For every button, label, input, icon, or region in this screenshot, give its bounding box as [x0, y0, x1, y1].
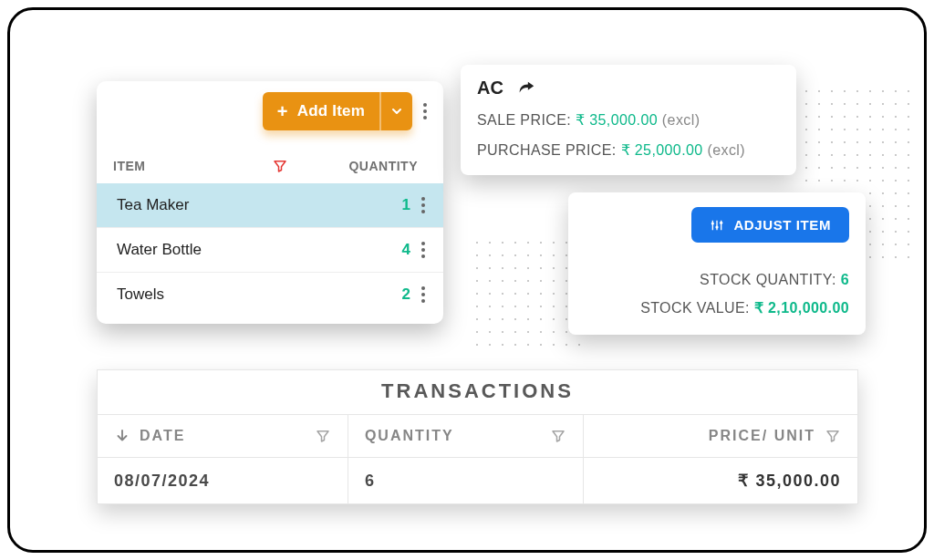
transaction-date: 08/07/2024: [98, 458, 348, 503]
item-row[interactable]: Towels2: [97, 273, 443, 316]
adjust-item-label: ADJUST ITEM: [733, 217, 831, 233]
purchase-price-value: ₹ 25,000.00: [621, 142, 703, 158]
filter-icon: [272, 158, 288, 174]
column-header-quantity[interactable]: QUANTITY: [348, 415, 584, 457]
item-title: AC: [477, 78, 503, 99]
item-row-menu[interactable]: [418, 193, 432, 217]
stock-value-label: STOCK VALUE:: [640, 300, 750, 316]
chevron-down-icon: [389, 104, 404, 119]
item-row[interactable]: Water Bottle4: [97, 228, 443, 273]
share-button[interactable]: [516, 78, 536, 99]
transactions-title: TRANSACTIONS: [98, 370, 857, 414]
items-panel: + Add Item ITEM QUANTITY Tea Maker1Water…: [97, 81, 443, 324]
stock-qty-value: 6: [841, 272, 849, 287]
item-name: Water Bottle: [117, 241, 322, 259]
price-filter-button[interactable]: [825, 428, 841, 444]
item-name: Towels: [117, 285, 322, 304]
sale-price-value: ₹ 35,000.00: [576, 112, 658, 128]
stock-card: ADJUST ITEM STOCK QUANTITY: 6 STOCK VALU…: [568, 192, 866, 335]
filter-icon: [825, 428, 841, 444]
item-filter-button[interactable]: [272, 158, 327, 174]
purchase-price-label: PURCHASE PRICE:: [477, 142, 617, 158]
column-header-price[interactable]: PRICE/ UNIT: [584, 415, 857, 457]
stock-qty-label: STOCK QUANTITY:: [700, 272, 836, 287]
item-row-menu[interactable]: [418, 238, 432, 262]
qty-filter-button[interactable]: [550, 428, 566, 444]
add-item-dropdown[interactable]: [379, 92, 412, 130]
transaction-row[interactable]: 08/07/20246₹ 35,000.00: [98, 457, 857, 503]
purchase-price-suffix: (excl): [707, 142, 745, 158]
item-quantity: 2: [322, 285, 418, 304]
item-name: Tea Maker: [117, 196, 322, 214]
add-item-button[interactable]: + Add Item: [263, 92, 412, 130]
svg-point-2: [720, 221, 722, 223]
sale-price-label: SALE PRICE:: [477, 112, 571, 128]
panel-menu-button[interactable]: [420, 99, 431, 123]
filter-icon: [315, 428, 331, 444]
svg-point-0: [711, 222, 714, 224]
stock-value-value: ₹ 2,10,000.00: [754, 300, 849, 316]
sliders-icon: [710, 218, 724, 233]
date-filter-button[interactable]: [315, 428, 331, 444]
sort-desc-icon: [114, 428, 130, 444]
column-header-quantity[interactable]: QUANTITY: [327, 159, 418, 173]
adjust-item-button[interactable]: ADJUST ITEM: [691, 207, 849, 243]
transaction-qty: 6: [348, 458, 584, 503]
filter-icon: [550, 428, 566, 444]
column-header-item[interactable]: ITEM: [113, 159, 272, 173]
svg-point-1: [716, 225, 719, 228]
plus-icon: +: [277, 101, 288, 122]
share-icon: [516, 78, 536, 99]
item-quantity: 1: [322, 196, 418, 214]
transactions-table: TRANSACTIONS DATE QUANTITY PRICE/ UNIT: [97, 369, 858, 504]
sale-price-suffix: (excl): [662, 112, 700, 128]
price-card: AC SALE PRICE: ₹ 35,000.00 (excl) PURCHA…: [461, 65, 796, 175]
item-row-menu[interactable]: [418, 283, 432, 306]
item-quantity: 4: [322, 241, 418, 259]
transaction-price: ₹ 35,000.00: [584, 458, 857, 503]
add-item-label: Add Item: [297, 102, 365, 120]
item-row[interactable]: Tea Maker1: [97, 183, 443, 228]
column-header-date[interactable]: DATE: [98, 415, 348, 457]
decor-dots: [471, 236, 580, 346]
